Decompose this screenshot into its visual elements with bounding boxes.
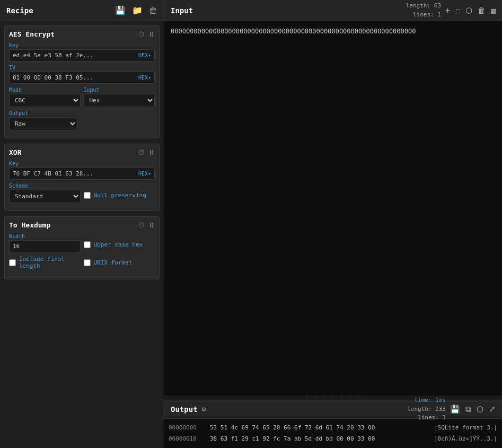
xor-key-group: Key 70 BF C7 4B 01 63 28... HEX▾ bbox=[9, 161, 155, 180]
aes-key-hex[interactable]: HEX▾ bbox=[138, 52, 151, 58]
aes-mode-input-row: Mode CBC Input Hex bbox=[9, 87, 155, 107]
xor-null-checkbox-row: Null preserving bbox=[84, 192, 146, 199]
aes-iv-hex[interactable]: HEX▾ bbox=[138, 75, 151, 81]
hexdump-unix-group: UNIX format bbox=[84, 256, 155, 271]
aes-key-group: Key ed e4 5a e3 58 af 2e... HEX▾ bbox=[9, 42, 155, 62]
input-title: Input bbox=[171, 6, 193, 15]
hexdump-unix-checkbox[interactable] bbox=[84, 259, 91, 266]
save-icon[interactable]: 💾 bbox=[115, 5, 126, 15]
output-length: length: 233 bbox=[407, 405, 446, 414]
hexdump-upper-checkbox-row: Upper case hex bbox=[84, 241, 143, 248]
aes-output-group: Output Raw bbox=[9, 110, 155, 130]
recipe-title: Recipe bbox=[6, 6, 109, 15]
output-addr-1: 00000010 bbox=[169, 434, 206, 444]
sidebar: AES Encrypt ⏱ ⏸ Key ed e4 5a e3 58 af 2e… bbox=[0, 21, 164, 448]
aes-encrypt-title: AES Encrypt bbox=[9, 30, 135, 38]
output-addr-0: 00000000 bbox=[169, 423, 206, 433]
output-header: Output ⚙ time: 1ms length: 233 lines: 3 … bbox=[164, 400, 502, 419]
hexdump-title: To Hexdump bbox=[9, 221, 135, 229]
add-input-icon[interactable]: + bbox=[445, 6, 450, 15]
drag-divider[interactable]: · · · · · · · bbox=[164, 396, 502, 400]
output-row-1: 00000010 38 63 f1 29 c1 92 fc 7a ab 5d d… bbox=[164, 433, 502, 445]
xor-pause-icon[interactable]: ⏸ bbox=[148, 148, 155, 156]
aes-key-value: ed e4 5a e3 58 af 2e... bbox=[13, 52, 136, 59]
trash-input-icon[interactable]: 🗑 bbox=[478, 6, 486, 15]
input-meta: length: 63 lines: 1 bbox=[406, 2, 441, 19]
main-content: AES Encrypt ⏱ ⏸ Key ed e4 5a e3 58 af 2e… bbox=[0, 21, 502, 448]
hexdump-width-upper-row: Width Upper case hex bbox=[9, 233, 155, 252]
hexdump-upper-label: Upper case hex bbox=[94, 241, 143, 248]
export-input-icon[interactable]: ⬡ bbox=[465, 6, 472, 15]
hexdump-unix-label: UNIX format bbox=[94, 259, 133, 266]
hexdump-final-checkbox-row: Include final length bbox=[9, 256, 81, 269]
output-ascii-0: |SQLite format 3.| bbox=[434, 423, 498, 433]
delete-icon[interactable]: 🗑 bbox=[149, 5, 157, 15]
hexdump-final-label: Include final length bbox=[19, 256, 81, 269]
aes-output-select[interactable]: Raw bbox=[9, 117, 77, 130]
hexdump-upper-group: Upper case hex bbox=[84, 233, 155, 252]
xor-key-label: Key bbox=[9, 161, 155, 166]
hexdump-final-checkbox[interactable] bbox=[9, 259, 16, 266]
hexdump-width-group: Width bbox=[9, 233, 81, 252]
aes-input-select[interactable]: Hex bbox=[84, 94, 155, 107]
aes-encrypt-header: AES Encrypt ⏱ ⏸ bbox=[9, 30, 155, 38]
output-hex-1: 38 63 f1 29 c1 92 fc 7a ab 5d dd bd 00 0… bbox=[210, 434, 430, 444]
xor-block: XOR ⏱ ⏸ Key 70 BF C7 4B 01 63 28... HEX▾… bbox=[4, 144, 160, 211]
xor-key-value: 70 BF C7 4B 01 63 28... bbox=[13, 170, 136, 177]
input-text: 0000000000000000000000000000000000000000… bbox=[171, 28, 416, 35]
xor-header: XOR ⏱ ⏸ bbox=[9, 148, 155, 156]
output-ascii-1: |8cñ)Á.üz«]ÝÝ..3.| bbox=[434, 434, 498, 444]
aes-input-group: Input Hex bbox=[84, 87, 155, 107]
aes-iv-value: 01 00 00 00 38 F3 05... bbox=[13, 74, 136, 81]
aes-iv-input[interactable]: 01 00 00 00 38 F3 05... HEX▾ bbox=[9, 72, 155, 84]
hexdump-width-input[interactable] bbox=[9, 240, 81, 252]
aes-key-label: Key bbox=[9, 42, 155, 48]
copy-output-icon[interactable]: ⧉ bbox=[465, 405, 471, 414]
xor-scheme-select[interactable]: Standard bbox=[9, 190, 81, 203]
folder-icon[interactable]: 📁 bbox=[132, 5, 143, 15]
input-header-section: Input length: 63 lines: 1 + ☐ ⬡ 🗑 ▦ bbox=[164, 0, 502, 21]
xor-key-hex[interactable]: HEX▾ bbox=[138, 171, 151, 177]
output-section: Output ⚙ time: 1ms length: 233 lines: 3 … bbox=[164, 400, 502, 448]
output-title: Output bbox=[171, 405, 198, 414]
input-output-area: 0000000000000000000000000000000000000000… bbox=[164, 21, 502, 448]
hexdump-pause-icon[interactable]: ⏸ bbox=[148, 221, 155, 229]
hexdump-upper-checkbox[interactable] bbox=[84, 241, 91, 248]
output-content: 00000000 53 51 4c 69 74 65 20 66 6f 72 6… bbox=[164, 419, 502, 448]
hexdump-block: To Hexdump ⏱ ⏸ Width Upper case hex bbox=[4, 216, 160, 279]
hexdump-timer-icon[interactable]: ⏱ bbox=[138, 221, 145, 229]
input-header-icons: + ☐ ⬡ 🗑 ▦ bbox=[445, 6, 496, 15]
aes-encrypt-block: AES Encrypt ⏱ ⏸ Key ed e4 5a e3 58 af 2e… bbox=[4, 25, 160, 138]
aes-timer-icon[interactable]: ⏱ bbox=[138, 30, 145, 38]
aes-iv-group: IV 01 00 00 00 38 F3 05... HEX▾ bbox=[9, 65, 155, 84]
xor-null-checkbox[interactable] bbox=[84, 192, 91, 199]
wand-icon[interactable]: ⚙ bbox=[202, 405, 206, 413]
export-output-icon[interactable]: ⬡ bbox=[477, 405, 483, 414]
hexdump-header: To Hexdump ⏱ ⏸ bbox=[9, 221, 155, 229]
box-input-icon[interactable]: ☐ bbox=[455, 6, 460, 15]
input-content[interactable]: 0000000000000000000000000000000000000000… bbox=[164, 21, 502, 396]
recipe-section: Recipe 💾 📁 🗑 bbox=[0, 0, 164, 21]
aes-pause-icon[interactable]: ⏸ bbox=[148, 30, 155, 38]
output-hex-0: 53 51 4c 69 74 65 20 66 6f 72 6d 61 74 2… bbox=[210, 423, 430, 433]
aes-key-input[interactable]: ed e4 5a e3 58 af 2e... HEX▾ bbox=[9, 49, 155, 62]
expand-output-icon[interactable]: ⤢ bbox=[489, 405, 496, 414]
xor-timer-icon[interactable]: ⏱ bbox=[138, 148, 145, 156]
aes-mode-label: Mode bbox=[9, 87, 81, 93]
xor-null-group: Null preserving bbox=[84, 183, 155, 203]
aes-iv-label: IV bbox=[9, 65, 155, 71]
output-row-0: 00000000 53 51 4c 69 74 65 20 66 6f 72 6… bbox=[164, 422, 502, 434]
hexdump-width-label: Width bbox=[9, 233, 81, 239]
aes-output-label: Output bbox=[9, 110, 155, 116]
hexdump-unix-checkbox-row: UNIX format bbox=[84, 259, 133, 266]
output-time: time: 1ms bbox=[414, 397, 446, 403]
grid-input-icon[interactable]: ▦ bbox=[491, 6, 496, 15]
aes-mode-select[interactable]: CBC bbox=[9, 94, 81, 107]
aes-input-label: Input bbox=[84, 87, 155, 93]
hexdump-final-unix-row: Include final length UNIX format bbox=[9, 256, 155, 271]
save-output-icon[interactable]: 💾 bbox=[450, 405, 460, 414]
top-bar: Recipe 💾 📁 🗑 Input length: 63 lines: 1 +… bbox=[0, 0, 502, 21]
output-header-icons: 💾 ⧉ ⬡ ⤢ bbox=[450, 405, 496, 414]
xor-key-input[interactable]: 70 BF C7 4B 01 63 28... HEX▾ bbox=[9, 168, 155, 180]
xor-scheme-label: Scheme bbox=[9, 183, 81, 189]
